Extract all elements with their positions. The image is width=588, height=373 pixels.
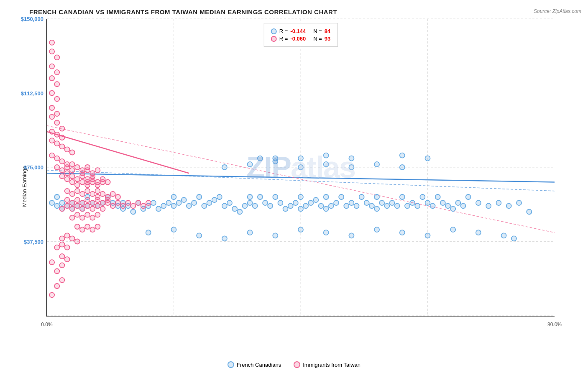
svg-point-213 bbox=[85, 203, 90, 208]
y-tick-150000: $150,000 bbox=[21, 16, 43, 22]
svg-point-154 bbox=[49, 114, 54, 119]
svg-point-39 bbox=[156, 206, 161, 211]
legend-n-label-pink: N = bbox=[313, 36, 322, 42]
svg-point-22 bbox=[80, 206, 85, 211]
y-tick-75000: $75,000 bbox=[24, 164, 43, 171]
svg-line-8 bbox=[47, 173, 555, 182]
svg-point-94 bbox=[410, 200, 415, 205]
svg-line-9 bbox=[47, 170, 555, 191]
svg-point-92 bbox=[400, 194, 405, 199]
svg-point-140 bbox=[476, 230, 481, 235]
svg-point-230 bbox=[70, 236, 75, 241]
svg-point-111 bbox=[527, 209, 532, 215]
svg-point-145 bbox=[54, 55, 59, 60]
svg-point-173 bbox=[65, 165, 70, 170]
svg-point-175 bbox=[75, 165, 80, 170]
svg-point-115 bbox=[298, 165, 303, 170]
svg-point-35 bbox=[136, 200, 141, 205]
svg-point-52 bbox=[217, 194, 222, 199]
svg-point-54 bbox=[227, 200, 232, 205]
svg-point-66 bbox=[283, 206, 288, 211]
svg-point-174 bbox=[70, 162, 75, 167]
svg-point-47 bbox=[192, 200, 197, 205]
watermark-atlas: atlas bbox=[291, 151, 355, 184]
svg-point-27 bbox=[100, 200, 105, 205]
svg-point-169 bbox=[54, 165, 59, 170]
svg-point-200 bbox=[70, 200, 75, 205]
svg-point-88 bbox=[379, 200, 384, 205]
svg-point-114 bbox=[273, 159, 278, 164]
svg-point-135 bbox=[349, 233, 354, 238]
svg-point-123 bbox=[324, 153, 329, 158]
svg-point-37 bbox=[146, 203, 151, 208]
svg-point-57 bbox=[242, 203, 247, 208]
svg-point-13 bbox=[54, 203, 59, 208]
svg-point-108 bbox=[496, 200, 501, 205]
svg-point-98 bbox=[430, 203, 435, 208]
svg-point-60 bbox=[253, 203, 258, 208]
svg-point-150 bbox=[49, 91, 54, 96]
svg-point-177 bbox=[85, 165, 90, 170]
svg-point-133 bbox=[298, 227, 303, 232]
legend-dot-blue bbox=[271, 28, 277, 34]
svg-point-29 bbox=[110, 200, 115, 205]
legend-n-label-blue: N = bbox=[313, 28, 322, 34]
svg-point-14 bbox=[54, 194, 59, 199]
svg-point-211 bbox=[75, 203, 80, 208]
svg-point-163 bbox=[65, 147, 70, 152]
svg-point-178 bbox=[59, 174, 64, 179]
legend-row-pink: R = -0.060 N = 93 bbox=[271, 36, 331, 42]
svg-point-232 bbox=[54, 245, 59, 250]
svg-point-26 bbox=[95, 203, 100, 208]
svg-point-143 bbox=[49, 40, 54, 45]
legend-r-label-blue: R = bbox=[279, 28, 288, 34]
svg-point-260 bbox=[95, 168, 100, 173]
svg-point-252 bbox=[85, 180, 90, 185]
svg-point-265 bbox=[49, 292, 54, 297]
legend-immigrants-taiwan: Immigrants from Taiwan bbox=[294, 361, 360, 368]
svg-point-103 bbox=[455, 200, 460, 205]
svg-point-142 bbox=[511, 236, 516, 241]
svg-point-18 bbox=[70, 200, 75, 205]
svg-point-146 bbox=[49, 64, 54, 69]
svg-point-134 bbox=[324, 230, 329, 235]
svg-point-221 bbox=[90, 215, 95, 220]
svg-point-80 bbox=[344, 203, 349, 208]
svg-point-196 bbox=[85, 189, 90, 194]
svg-point-189 bbox=[90, 180, 95, 185]
svg-point-208 bbox=[59, 206, 64, 211]
svg-point-79 bbox=[339, 194, 344, 199]
svg-point-40 bbox=[161, 203, 166, 208]
svg-point-171 bbox=[65, 171, 70, 176]
legend-row-blue: R = -0.144 N = 84 bbox=[271, 28, 331, 34]
svg-point-38 bbox=[151, 200, 156, 205]
svg-point-120 bbox=[258, 156, 263, 161]
svg-point-136 bbox=[374, 227, 379, 232]
legend-dot-pink bbox=[271, 36, 277, 42]
svg-point-227 bbox=[95, 224, 100, 229]
bottom-legend: French Canadians Immigrants from Taiwan bbox=[228, 361, 360, 368]
svg-point-28 bbox=[105, 194, 110, 199]
svg-point-159 bbox=[59, 135, 64, 140]
svg-point-256 bbox=[105, 180, 110, 185]
svg-point-85 bbox=[369, 203, 374, 208]
svg-point-245 bbox=[141, 203, 146, 208]
svg-point-104 bbox=[460, 203, 465, 208]
svg-point-95 bbox=[415, 203, 420, 208]
svg-point-50 bbox=[207, 200, 212, 205]
svg-point-201 bbox=[75, 197, 80, 202]
svg-point-118 bbox=[374, 162, 379, 167]
chart-svg bbox=[47, 19, 555, 316]
svg-point-139 bbox=[450, 227, 455, 232]
legend-label-taiwan: Immigrants from Taiwan bbox=[303, 362, 360, 368]
svg-point-247 bbox=[95, 194, 100, 199]
svg-point-82 bbox=[354, 203, 359, 208]
svg-point-236 bbox=[65, 257, 70, 262]
svg-point-241 bbox=[120, 203, 125, 208]
svg-point-158 bbox=[54, 132, 59, 137]
svg-point-165 bbox=[49, 153, 54, 158]
svg-point-53 bbox=[222, 203, 227, 208]
svg-point-84 bbox=[364, 200, 369, 205]
chart-area: ZIPatlas R = -0.144 N = 84 R = -0.060 N … bbox=[46, 19, 555, 317]
svg-point-130 bbox=[222, 236, 227, 241]
